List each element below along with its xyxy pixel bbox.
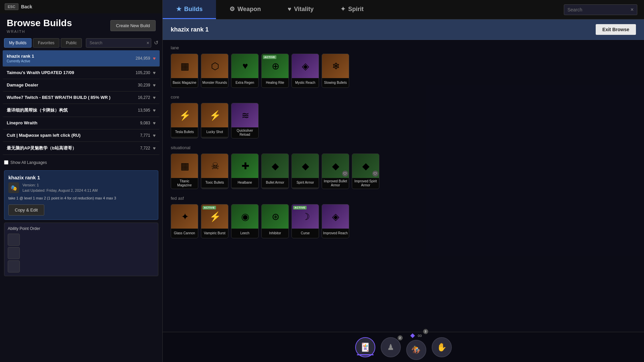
item-icon-area: ⊕ACTIVE <box>262 54 289 78</box>
tab-builds[interactable]: ★ Builds <box>163 0 216 19</box>
build-status: Currently Active <box>7 59 34 63</box>
build-list-item[interactable]: 最无脑的AP灵魅教学（b站高谱哥） 7,722 ♥ <box>3 142 160 155</box>
heart-icon[interactable]: ♥ <box>153 133 156 138</box>
esc-button[interactable]: ESC <box>5 3 18 10</box>
item-name: Lucky Shot <box>201 127 228 137</box>
item-name: Titanic Magazine <box>171 178 198 189</box>
nav-search-input[interactable] <box>568 7 628 12</box>
tab-vitality[interactable]: ♥ Vitality <box>274 0 327 19</box>
item-card[interactable]: ◆🛡Improved Spirit Armor <box>352 154 379 189</box>
build-name: 最详细的黑帮妹（卡牌妹）构筑 <box>7 107 68 113</box>
item-card[interactable]: ⚡Tesla Bullets <box>171 103 198 138</box>
build-list-item[interactable]: Damage Dealer 30,239 ♥ <box>3 79 160 92</box>
item-card[interactable]: ☽ACTIVECurse <box>291 204 319 238</box>
item-card[interactable]: ⬡Monster Rounds <box>201 54 228 88</box>
item-card[interactable]: ❄Slowing Bullets <box>322 54 349 88</box>
item-card[interactable]: ◉Leech <box>231 204 259 238</box>
build-list-item[interactable]: Taimou's Wraith UPDATED 17/09 105,230 ♥ <box>3 67 160 79</box>
build-list: khazix rank 1 Currently Active 284,959 ♥… <box>0 50 162 158</box>
detail-version-row: 🎭 Version: 1 Last Updated: Friday, Augus… <box>8 182 154 193</box>
back-label[interactable]: Back <box>21 4 32 9</box>
heart-icon[interactable]: ♥ <box>153 120 156 126</box>
search-input[interactable] <box>86 38 151 48</box>
build-name: Damage Dealer <box>7 82 38 87</box>
item-icon-area: ☽ACTIVE <box>292 204 319 229</box>
bottom-icon-magic[interactable]: ✋ <box>432 337 452 357</box>
item-card[interactable]: ✦Glass Cannon <box>171 204 198 238</box>
item-card[interactable]: ⊕ACTIVEHealing Rite <box>261 54 289 88</box>
item-name: Quicksilver Reload <box>231 127 258 138</box>
tab-weapon[interactable]: ⚙ Weapon <box>216 0 274 19</box>
search-clear-icon[interactable]: × <box>147 40 149 46</box>
item-name: Slowing Bullets <box>322 78 349 87</box>
item-card[interactable]: ▦Titanic Magazine <box>171 154 198 189</box>
build-section-situational: situational▦Titanic Magazine☠Toxic Bulle… <box>171 145 636 189</box>
tab-spirit[interactable]: ✦ Spirit <box>327 0 377 19</box>
esc-bar: ESC Back <box>0 0 162 13</box>
vitality-label: Vitality <box>294 6 314 13</box>
section-label: core <box>171 95 636 100</box>
item-icon-area: ◆🛡 <box>352 154 379 178</box>
item-card[interactable]: ⚡ACTIVEVampiric Burst <box>201 204 228 238</box>
heart-icon[interactable]: ♥ <box>153 108 156 113</box>
item-card[interactable]: ⊛Inhibitor <box>261 204 289 238</box>
build-list-item[interactable]: 最详细的黑帮妹（卡牌妹）构筑 13,595 ♥ <box>3 104 160 117</box>
show-languages-checkbox[interactable] <box>4 160 8 165</box>
tab-favorites[interactable]: Favorites <box>33 38 59 48</box>
item-card[interactable]: ▦Basic Magazine <box>171 54 198 88</box>
item-icon-area: ⚡ <box>201 103 228 127</box>
browse-subtitle: WRAITH <box>7 29 72 34</box>
item-card[interactable]: ✚Healbane <box>231 154 259 189</box>
build-list-item[interactable]: khazix rank 1 Currently Active 284,959 ♥ <box>3 50 160 67</box>
item-card[interactable]: ◆Bullet Armor <box>261 154 289 189</box>
item-card[interactable]: ≋Quicksilver Reload <box>231 103 259 138</box>
items-row: ▦Basic Magazine⬡Monster Rounds♥Extra Reg… <box>171 54 636 88</box>
section-label: lane <box>171 45 636 50</box>
copy-edit-button[interactable]: Copy & Edit <box>8 204 44 216</box>
detail-notes: take 1 @ level 1 max 2 (1 point in 4 for… <box>8 195 154 201</box>
tab-public[interactable]: Public <box>61 38 82 48</box>
refresh-button[interactable]: ↺ <box>154 40 158 46</box>
rider-badge: 3 <box>423 329 428 334</box>
item-card[interactable]: ◆Spirit Armor <box>291 154 319 189</box>
build-list-item[interactable]: Linepro Wraith 9,083 ♥ <box>3 117 160 129</box>
tab-my-builds[interactable]: My Builds <box>4 38 32 48</box>
item-icon-area: ≋ <box>231 103 259 127</box>
item-name: Healbane <box>231 178 258 187</box>
item-card[interactable]: ⚡Lucky Shot <box>201 103 228 138</box>
item-card[interactable]: ◆🛡Improved Bullet Armor <box>322 154 349 189</box>
item-icon-area: ⚡ <box>171 103 198 127</box>
build-list-item[interactable]: Cult | Мафиози spam left click (RU) 7,77… <box>3 129 160 142</box>
create-new-build-button[interactable]: Create New Build <box>110 20 156 31</box>
item-card[interactable]: ☠Toxic Bullets <box>201 154 228 189</box>
item-icon-area: ◆ <box>262 154 289 178</box>
detail-title: khazix rank 1 <box>8 175 154 180</box>
item-card[interactable]: ♥Extra Regen <box>231 54 259 88</box>
build-list-item[interactable]: Wulfee7 Twitch - BEST WRAITH BUILD ( 85%… <box>3 92 160 104</box>
heart-icon[interactable]: ♥ <box>153 82 156 88</box>
weapon-label: Weapon <box>237 6 261 13</box>
heart-icon[interactable]: ♥ <box>153 145 156 151</box>
section-label: situational <box>171 145 636 150</box>
section-label: fed asf <box>171 196 636 201</box>
item-card[interactable]: ◈Mystic Reach <box>291 54 319 88</box>
heart-icon[interactable]: ♥ <box>153 70 156 75</box>
exit-browse-button[interactable]: Exit Browse <box>596 24 636 35</box>
build-header-name: khazix rank 1 <box>171 26 209 33</box>
bottom-icon-rider[interactable]: 🏇 3 <box>406 340 426 360</box>
browse-title: Browse Builds <box>7 18 72 28</box>
heart-icon[interactable]: ♥ <box>153 95 156 100</box>
item-name: Inhibitor <box>262 229 288 238</box>
build-detail-card: khazix rank 1 🎭 Version: 1 Last Updated:… <box>4 170 158 220</box>
heart-icon[interactable]: ♥ <box>153 56 156 61</box>
item-card[interactable]: ◈Improved Reach <box>322 204 349 238</box>
bottom-underline <box>357 354 374 355</box>
left-panel: ESC Back Browse Builds WRAITH Create New… <box>0 0 163 362</box>
show-languages-label: Show All Languages <box>10 160 47 165</box>
build-list-item[interactable]: Vaxitylol's Gun Wraith 3.0 Updated 9/15 … <box>3 155 160 158</box>
search-box: × <box>86 38 151 48</box>
build-count: 105,230 <box>136 70 150 75</box>
nav-search-clear-icon[interactable]: × <box>631 7 634 13</box>
bottom-icon-figure[interactable]: ♟ 2 <box>381 337 401 357</box>
ability-icon-1 <box>8 234 20 246</box>
